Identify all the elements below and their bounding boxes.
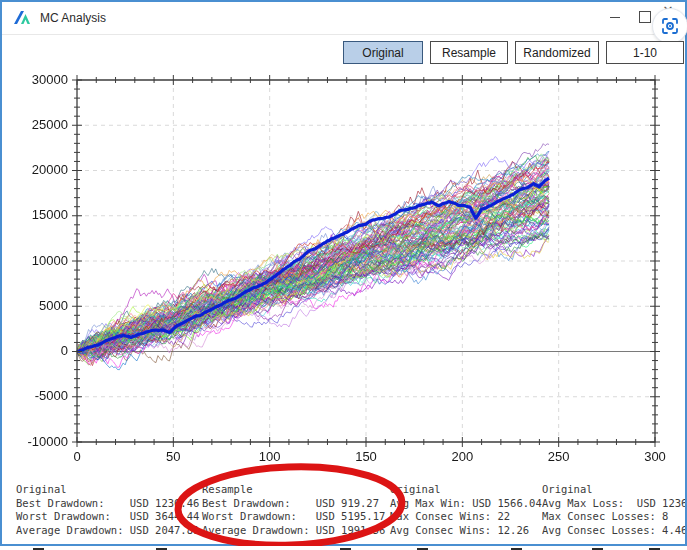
stats-resample-drawdown: Resample Best Drawdown: USD 919.27 Worst… [202,483,385,537]
tab-resample[interactable]: Resample [430,41,508,64]
maximize-icon [639,11,651,23]
screen-capture-badge[interactable] [652,8,687,44]
title-bar: MC Analysis ✕ [2,2,685,35]
tab-1-10[interactable]: 1-10 [606,41,684,64]
clipped-text-strip [0,546,687,550]
mc-analysis-window: MC Analysis ✕ Original Resample Randomiz… [0,0,687,546]
stats-original-drawdown: Original Best Drawdown: USD 1236.46 Wors… [16,483,199,537]
minimize-icon [610,17,620,18]
mc-chart-canvas [2,62,687,474]
stats-original-losses: Original Avg Max Loss: USD 1236 Max Cons… [542,483,685,537]
window-title: MC Analysis [40,11,106,25]
tab-original[interactable]: Original [343,41,423,64]
app-logo-icon [13,9,33,27]
stats-original-wins: Original Avg Max Win: USD 1566.04 Max Co… [390,483,542,537]
tab-randomized[interactable]: Randomized [515,41,599,64]
capture-viewfinder-icon [661,17,679,35]
minimize-button[interactable] [600,2,630,32]
